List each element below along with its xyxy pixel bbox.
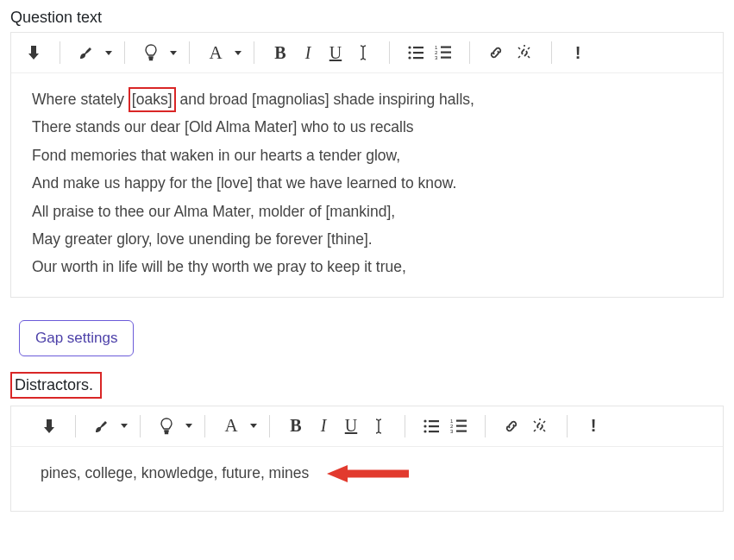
toolbar-divider xyxy=(189,41,190,64)
font-family-button[interactable]: A xyxy=(202,40,229,66)
help-button[interactable] xyxy=(137,40,165,66)
question-line: May greater glory, love unending be fore… xyxy=(32,225,702,253)
bullet-list-button[interactable] xyxy=(402,40,430,66)
text-cursor-button[interactable] xyxy=(365,413,392,439)
distractors-label-highlight: Distractors. xyxy=(10,372,102,399)
chevron-down-icon xyxy=(105,51,112,55)
svg-point-4 xyxy=(408,56,411,59)
help-button[interactable] xyxy=(153,413,180,439)
svg-text:3: 3 xyxy=(450,429,454,434)
toolbar-divider xyxy=(140,415,141,437)
svg-rect-13 xyxy=(429,420,439,422)
chevron-down-icon xyxy=(121,424,128,428)
warning-button[interactable]: ! xyxy=(564,40,592,66)
chevron-down-icon xyxy=(170,51,177,55)
svg-rect-19 xyxy=(456,419,467,421)
question-content[interactable]: Where stately [oaks] and broad [magnolia… xyxy=(11,73,723,297)
font-family-button[interactable]: A xyxy=(217,413,245,439)
bold-button[interactable]: B xyxy=(282,413,310,439)
question-toolbar: A B I U 123 ! xyxy=(11,33,723,73)
text-cursor-button[interactable] xyxy=(349,40,377,66)
link-button[interactable] xyxy=(482,40,510,66)
svg-rect-11 xyxy=(441,57,451,59)
toolbar-divider xyxy=(204,415,205,437)
question-line: Our worth in life will be thy worth we p… xyxy=(32,253,702,280)
underline-button[interactable]: U xyxy=(322,40,349,66)
warning-button[interactable]: ! xyxy=(580,413,607,439)
toolbar-divider xyxy=(269,415,270,437)
numbered-list-button[interactable]: 123 xyxy=(445,413,473,439)
question-line: All praise to thee our Alma Mater, molde… xyxy=(32,198,702,225)
styles-button[interactable] xyxy=(72,40,100,66)
italic-button[interactable]: I xyxy=(310,413,337,439)
question-text-label: Question text xyxy=(10,9,724,27)
underline-button[interactable]: U xyxy=(337,413,365,439)
link-button[interactable] xyxy=(498,413,525,439)
unlink-button[interactable] xyxy=(510,40,539,66)
question-line: And make us happy for the [love] that we… xyxy=(32,169,702,197)
svg-point-2 xyxy=(408,51,411,53)
distractors-text: pines, college, knowledge, future, mines xyxy=(41,464,309,481)
gap-settings-button[interactable]: Gap settings xyxy=(19,320,134,356)
text-segment: Where stately xyxy=(32,91,129,108)
svg-rect-23 xyxy=(456,430,467,431)
toggle-toolbar-button[interactable] xyxy=(20,40,47,66)
svg-rect-7 xyxy=(441,47,451,48)
toolbar-divider xyxy=(60,41,60,64)
chevron-down-icon xyxy=(250,424,257,428)
toolbar-divider xyxy=(389,41,390,64)
question-editor: A B I U 123 ! Where xyxy=(10,32,724,298)
distractors-editor: A B I U 123 ! pines, college, knowledge,… xyxy=(10,406,724,512)
toolbar-divider xyxy=(567,415,568,437)
toolbar-divider xyxy=(485,415,486,437)
svg-rect-21 xyxy=(456,425,467,426)
question-line: Fond memories that waken in our hearts a… xyxy=(32,142,702,169)
toolbar-divider xyxy=(469,41,470,64)
svg-point-16 xyxy=(423,430,426,432)
bold-button[interactable]: B xyxy=(267,40,294,66)
text-segment: and broad [magnolias] shade inspiring ha… xyxy=(176,91,474,108)
styles-button[interactable] xyxy=(88,413,116,439)
question-line: There stands our dear [Old Alma Mater] w… xyxy=(32,113,702,141)
svg-text:3: 3 xyxy=(435,55,438,60)
bullet-list-button[interactable] xyxy=(417,413,445,439)
svg-point-14 xyxy=(423,425,426,427)
toolbar-divider xyxy=(75,415,76,437)
distractors-content[interactable]: pines, college, knowledge, future, mines xyxy=(11,447,723,511)
toolbar-divider xyxy=(551,41,552,64)
svg-rect-15 xyxy=(429,425,439,427)
chevron-down-icon xyxy=(235,51,242,55)
numbered-list-button[interactable]: 123 xyxy=(430,40,457,66)
svg-rect-5 xyxy=(413,57,423,59)
svg-marker-25 xyxy=(327,465,348,482)
toolbar-divider xyxy=(254,41,254,64)
toolbar-divider xyxy=(124,41,125,64)
toolbar-divider xyxy=(405,415,405,437)
svg-point-0 xyxy=(408,46,411,48)
chevron-down-icon xyxy=(185,424,192,428)
gap-highlight-oaks: [oaks] xyxy=(129,87,176,112)
distractors-toolbar: A B I U 123 ! xyxy=(11,406,723,447)
svg-rect-9 xyxy=(441,52,451,53)
italic-button[interactable]: I xyxy=(294,40,322,66)
distractors-label: Distractors. xyxy=(15,376,93,393)
unlink-button[interactable] xyxy=(525,413,555,439)
question-line: Where stately [oaks] and broad [magnolia… xyxy=(32,85,702,113)
svg-rect-3 xyxy=(413,52,423,53)
svg-rect-17 xyxy=(429,431,439,432)
svg-point-12 xyxy=(423,419,426,422)
svg-rect-1 xyxy=(413,47,423,48)
toggle-toolbar-button[interactable] xyxy=(35,413,63,439)
arrow-annotation-icon xyxy=(327,463,409,484)
